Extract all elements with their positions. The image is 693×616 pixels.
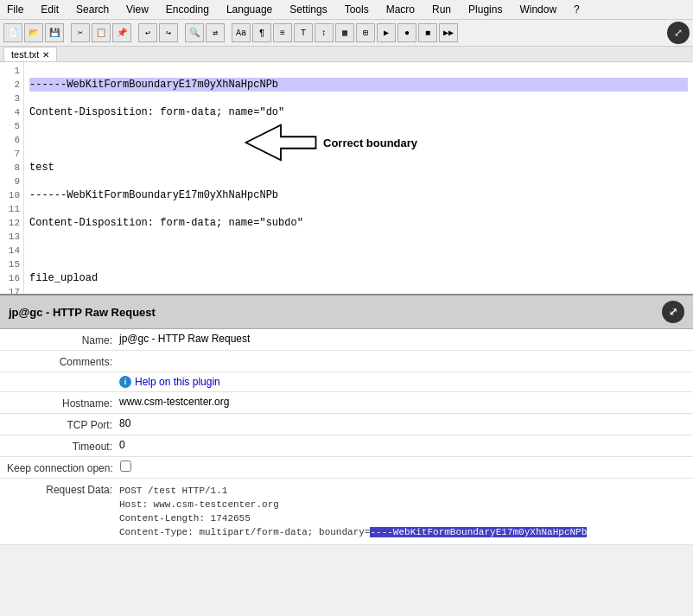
code-line-5: ------WebKitFormBoundaryE17m0yXhNaHpcNPb <box>29 188 688 202</box>
timeout-label: Timeout: <box>7 439 119 453</box>
menu-run[interactable]: Run <box>429 2 455 17</box>
tcp-port-input[interactable] <box>119 417 171 429</box>
panel-expand-btn[interactable]: ⤢ <box>662 301 684 323</box>
request-line-3: Content-Length: 1742655 <box>119 511 686 525</box>
code-line-6: Content-Disposition: form-data; name="su… <box>29 216 688 230</box>
toolbar-b10[interactable]: ■ <box>418 23 437 42</box>
toolbar-b2[interactable]: ¶ <box>252 23 271 42</box>
menu-language[interactable]: Language <box>223 2 276 17</box>
request-line-2: Host: www.csm-testcenter.org <box>119 498 686 511</box>
panel-header: jp@gc - HTTP Raw Request ⤢ <box>0 295 693 329</box>
help-icon: i <box>119 376 131 388</box>
toolbar-b5[interactable]: ↕ <box>315 23 334 42</box>
form-row-name: Name: jp@gc - HTTP Raw Request <box>0 329 693 351</box>
menu-edit[interactable]: Edit <box>37 2 62 17</box>
menu-view[interactable]: View <box>123 2 152 17</box>
name-value: jp@gc - HTTP Raw Request <box>119 333 686 345</box>
keep-conn-label: Keep connection open: <box>7 460 120 474</box>
menubar: File Edit Search View Encoding Language … <box>0 0 693 20</box>
panel-title: jp@gc - HTTP Raw Request <box>9 306 156 319</box>
toolbar-b8[interactable]: ▶ <box>377 23 396 42</box>
form-row-keep-conn: Keep connection open: <box>0 457 693 479</box>
toolbar-b11[interactable]: ▶▶ <box>439 23 458 42</box>
menu-encoding[interactable]: Encoding <box>162 2 213 17</box>
toolbar-b4[interactable]: T <box>294 23 313 42</box>
toolbar-b7[interactable]: ⊞ <box>356 23 375 42</box>
line-numbers: 12345 678910 1112131415 1617 <box>0 62 24 294</box>
editor: 12345 678910 1112131415 1617 ------WebKi… <box>0 62 693 295</box>
help-link-container: i Help on this plugin <box>119 376 686 388</box>
boundary-value: ----WebKitFormBoundaryE17m0yXhNaHpcNPb <box>370 527 587 537</box>
form-row-comments: Comments: <box>0 351 693 372</box>
toolbar-undo[interactable]: ↩ <box>138 23 157 42</box>
menu-file[interactable]: File <box>3 2 27 17</box>
toolbar-paste[interactable]: 📌 <box>112 23 131 42</box>
form-row-tcp-port: TCP Port: <box>0 414 693 435</box>
code-area[interactable]: ------WebKitFormBoundaryE17m0yXhNaHpcNPb… <box>24 62 693 294</box>
tcp-port-label: TCP Port: <box>7 417 119 431</box>
code-line-3 <box>29 133 688 147</box>
form-row-timeout: Timeout: <box>0 435 693 457</box>
tab-label: test.txt <box>11 49 39 60</box>
timeout-input[interactable] <box>119 439 171 451</box>
menu-macro[interactable]: Macro <box>383 2 418 17</box>
tab-bar: test.txt ✕ <box>0 47 693 62</box>
toolbar-redo[interactable]: ↪ <box>159 23 178 42</box>
menu-search[interactable]: Search <box>73 2 112 17</box>
menu-plugins[interactable]: Plugins <box>465 2 505 17</box>
form-row-hostname: Hostname: www.csm-testcenter.org <box>0 392 693 414</box>
form-area: Name: jp@gc - HTTP Raw Request Comments:… <box>0 329 693 545</box>
request-line-4: Content-Type: multipart/form-data; bound… <box>119 525 686 539</box>
code-line-8: file_upload <box>29 271 688 285</box>
form-row-request-data: Request Data: POST /test HTTP/1.1 Host: … <box>0 479 693 545</box>
code-line-7 <box>29 244 688 257</box>
toolbar-b1[interactable]: Aa <box>232 23 251 42</box>
hostname-value: www.csm-testcenter.org <box>119 396 686 408</box>
menu-tools[interactable]: Tools <box>341 2 372 17</box>
request-data-content[interactable]: POST /test HTTP/1.1 Host: www.csm-testce… <box>119 482 686 541</box>
name-label: Name: <box>7 333 119 346</box>
toolbar-new[interactable]: 📄 <box>3 23 22 42</box>
request-data-label: Request Data: <box>7 482 119 496</box>
lower-panel: jp@gc - HTTP Raw Request ⤢ Name: jp@gc -… <box>0 295 693 545</box>
keep-conn-value <box>120 460 686 474</box>
toolbar-replace[interactable]: ⇄ <box>206 23 225 42</box>
tab-close-icon[interactable]: ✕ <box>42 50 49 60</box>
toolbar-open[interactable]: 📂 <box>24 23 43 42</box>
toolbar-b3[interactable]: ≡ <box>273 23 292 42</box>
help-link-text: Help on this plugin <box>135 376 220 388</box>
menu-settings[interactable]: Settings <box>286 2 330 17</box>
menu-help[interactable]: ? <box>570 2 583 17</box>
toolbar-save[interactable]: 💾 <box>45 23 64 42</box>
request-line-1: POST /test HTTP/1.1 <box>119 484 686 498</box>
code-line-4: test <box>29 161 688 175</box>
toolbar-expand-btn[interactable]: ⤢ <box>667 22 690 44</box>
code-line-2: Content-Disposition: form-data; name="do… <box>29 105 688 119</box>
toolbar-b9[interactable]: ● <box>397 23 416 42</box>
toolbar-cut[interactable]: ✂ <box>71 23 90 42</box>
keep-conn-checkbox[interactable] <box>120 460 131 472</box>
help-spacer <box>7 376 119 378</box>
tab-test-txt[interactable]: test.txt ✕ <box>3 47 57 61</box>
toolbar: 📄 📂 💾 ✂ 📋 📌 ↩ ↪ 🔍 ⇄ Aa ¶ ≡ T ↕ ▦ ⊞ ▶ ● ■… <box>0 20 693 47</box>
menu-window[interactable]: Window <box>516 2 560 17</box>
help-link[interactable]: i Help on this plugin <box>119 376 686 388</box>
code-line-1: ------WebKitFormBoundaryE17m0yXhNaHpcNPb <box>29 78 688 92</box>
toolbar-b6[interactable]: ▦ <box>335 23 354 42</box>
toolbar-copy[interactable]: 📋 <box>92 23 111 42</box>
comments-label: Comments: <box>7 354 119 368</box>
form-row-help: i Help on this plugin <box>0 372 693 392</box>
hostname-label: Hostname: <box>7 396 119 410</box>
toolbar-find[interactable]: 🔍 <box>185 23 204 42</box>
